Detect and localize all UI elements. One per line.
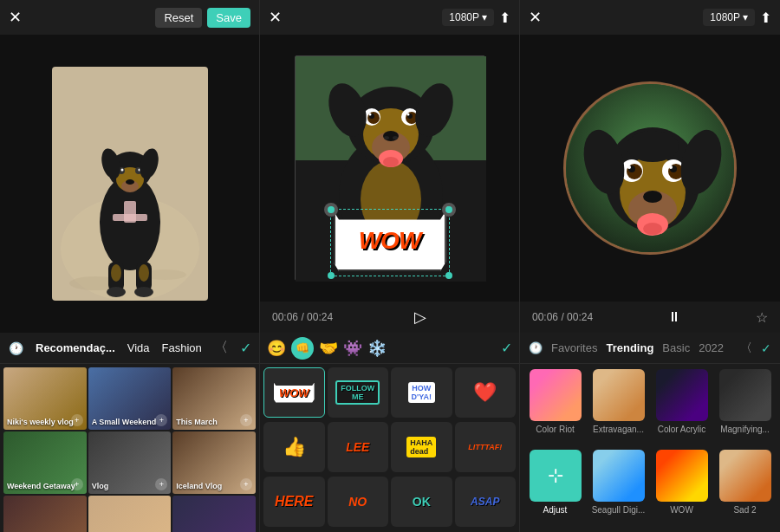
svg-point-20 (134, 287, 153, 297)
close-icon[interactable]: ✕ (9, 8, 22, 27)
chevron-right-icon[interactable]: 〈 (214, 339, 228, 357)
filter-thumb-extravagan (593, 369, 645, 421)
template-card[interactable]: Niki's weekly vlog + (3, 367, 87, 430)
wow-sticker[interactable]: WOW (334, 211, 446, 271)
mid-timeline: 00:06 / 00:24 ▷ (260, 302, 519, 333)
svg-point-63 (627, 131, 679, 162)
filter-color-riot[interactable]: Color Riot (525, 369, 585, 446)
close-icon[interactable]: ✕ (529, 8, 542, 27)
emoji-check[interactable]: ✓ (501, 340, 512, 356)
template-card[interactable]: Vlog + (88, 431, 172, 494)
sticker-litttaf-label: LITTTAF! (468, 443, 502, 451)
check-icon[interactable]: ✓ (240, 340, 251, 356)
sticker-lee[interactable]: LEE (328, 422, 389, 472)
left-topbar-right: Reset Save (155, 8, 250, 28)
template-card[interactable]: Style Sos How To Wear + (172, 496, 256, 532)
emoji-smiley[interactable]: 😊 (267, 339, 286, 358)
cat-recomendacao[interactable]: Recomendaç... (36, 341, 115, 354)
filter-wow[interactable]: WOW (652, 450, 712, 527)
chevron-down-icon: ▾ (482, 11, 487, 23)
filters-grid: Color Riot Extravagan... Color Acrylic M… (520, 364, 780, 532)
filter-sad2[interactable]: Sad 2 (715, 450, 775, 527)
upload-icon[interactable]: ⬆ (760, 10, 771, 26)
filter-thumb-adjust: ⊹ (530, 450, 582, 502)
sticker-ok[interactable]: OK (391, 477, 452, 527)
chevron-down-icon[interactable]: 〈 (740, 341, 752, 356)
template-label: This March (176, 418, 218, 426)
svg-point-59 (627, 165, 631, 169)
sticker-litttaf[interactable]: LITTTAF! (455, 422, 517, 472)
svg-point-34 (393, 136, 398, 139)
filter-name-wow: WOW (670, 505, 693, 516)
emoji-handshake[interactable]: 🤝 (319, 339, 338, 358)
filter-seagull[interactable]: Seagull Digi... (588, 450, 648, 527)
template-card[interactable]: This March + (172, 367, 256, 430)
sticker-here[interactable]: HERE (263, 477, 325, 527)
tab-basic[interactable]: Basic (662, 341, 690, 354)
close-icon[interactable]: ✕ (269, 8, 282, 27)
sticker-wow[interactable]: WOW (263, 367, 325, 418)
mid-preview: WOW ✕ ✎ (260, 35, 519, 302)
resolution-badge[interactable]: 1080P ▾ (703, 9, 755, 26)
reset-button[interactable]: Reset (155, 8, 202, 28)
filter-extravagan[interactable]: Extravagan... (588, 369, 648, 446)
svg-point-13 (120, 169, 123, 172)
svg-point-42 (406, 114, 409, 116)
adjust-icon: ⊹ (548, 464, 563, 487)
add-icon: + (71, 478, 83, 490)
star-button[interactable]: ☆ (756, 309, 768, 326)
template-card[interactable]: My Dolly Lockdown + (88, 496, 172, 532)
tab-2022[interactable]: 2022 (699, 341, 724, 354)
filter-magnifying[interactable]: Magnifying... (715, 369, 775, 446)
sticker-thumb[interactable]: 👍 (263, 422, 325, 472)
template-card[interactable]: Iceland Vlog + (172, 431, 256, 494)
pause-button[interactable]: ⏸ (667, 309, 681, 325)
svg-point-51 (643, 223, 662, 235)
add-icon: + (240, 414, 252, 426)
mid-topbar-right: 1080P ▾ ⬆ (442, 9, 510, 26)
play-button[interactable]: ▷ (414, 308, 426, 327)
mid-time-label: 00:06 / 00:24 (272, 311, 333, 323)
dog-portrait (52, 67, 208, 301)
mid-panel: ✕ 1080P ▾ ⬆ (260, 0, 520, 532)
right-preview (520, 35, 780, 302)
template-card[interactable]: Weekend Getaway + (3, 431, 87, 494)
svg-point-31 (383, 157, 399, 167)
sticker-haha[interactable]: HAHAdead (391, 422, 452, 472)
filter-color-acrylic[interactable]: Color Acrylic (652, 369, 712, 446)
filter-tabs: 🕐 Favorites Trending Basic 2022 〈 ✓ (520, 333, 780, 364)
svg-point-32 (383, 131, 399, 141)
filter-thumb-color-acrylic (656, 369, 708, 421)
cat-fashion[interactable]: Fashion (162, 341, 202, 354)
mid-dog-container: WOW ✕ ✎ (295, 55, 485, 281)
filter-adjust[interactable]: ⊹ Adjust (525, 450, 585, 527)
check-icon[interactable]: ✓ (761, 341, 771, 355)
tab-favorites[interactable]: Favorites (551, 341, 597, 354)
upload-icon[interactable]: ⬆ (499, 10, 510, 26)
sticker-heart[interactable]: ❤️ (455, 367, 517, 418)
mid-bottom-toolbar: 😊 👊 🤝 👾 ❄️ ✓ WOW FOLLOWME HOWD'YA! ❤️ 👍 (260, 333, 519, 532)
sticker-follow[interactable]: FOLLOWME (328, 367, 389, 418)
sticker-howdya[interactable]: HOWD'YA! (391, 367, 452, 418)
save-button[interactable]: Save (207, 8, 250, 28)
template-card[interactable]: A Small Weekend + (88, 367, 172, 430)
svg-point-10 (126, 179, 134, 185)
emoji-alien[interactable]: 👾 (343, 339, 362, 358)
sticker-no[interactable]: NO (328, 477, 389, 527)
emoji-snowflake[interactable]: ❄️ (367, 339, 387, 358)
filter-thumb-magnifying (719, 369, 771, 421)
resolution-badge[interactable]: 1080P ▾ (442, 9, 494, 26)
filter-name-seagull: Seagull Digi... (592, 505, 646, 516)
filter-thumb-color-riot (530, 369, 582, 421)
sticker-asap[interactable]: ASAP (455, 477, 517, 527)
template-card[interactable]: Fashion + (3, 496, 87, 532)
cat-vida[interactable]: Vida (127, 341, 150, 354)
emoji-fist[interactable]: 👊 (291, 337, 314, 360)
sticker-here-label: HERE (275, 494, 313, 509)
template-label: Iceland Vlog (176, 482, 222, 490)
right-panel: ✕ 1080P ▾ ⬆ (520, 0, 780, 532)
left-bottom-toolbar: 🕐 Recomendaç... Vida Fashion 〈 ✓ Niki's … (0, 333, 259, 532)
tab-trending[interactable]: Trending (606, 341, 653, 354)
clock-icon: 🕐 (9, 341, 23, 355)
filter-thumb-sad2 (719, 450, 771, 502)
